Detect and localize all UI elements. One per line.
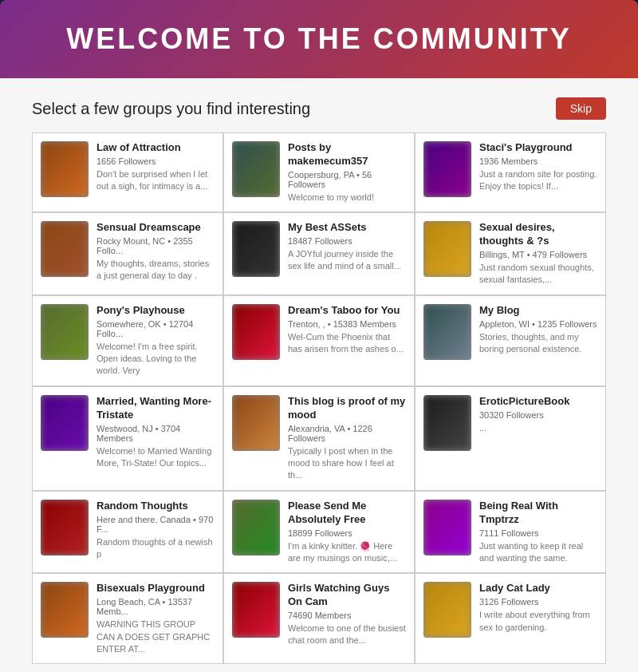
group-image <box>423 500 471 555</box>
group-description: Don't be surprised when I let out a sigh… <box>96 168 215 193</box>
group-name: Being Real With Tmptrzz <box>479 500 597 527</box>
group-name: Girls Watching Guys On Cam <box>288 582 406 609</box>
group-thumbnail <box>41 141 89 197</box>
group-card[interactable]: Law of Attraction 1656 Followers Don't b… <box>33 133 223 211</box>
group-meta: Somewhere, OK • 12704 Follo... <box>96 319 215 338</box>
group-image <box>232 395 280 451</box>
group-meta: 18899 Followers <box>288 528 406 538</box>
group-description: Welcome! I'm a free spirit. Open ideas. … <box>96 341 215 378</box>
group-description: Just wanting to keep it real and wanting… <box>479 540 597 565</box>
group-card[interactable]: This blog is proof of my mood Alexandria… <box>224 387 414 490</box>
group-thumbnail <box>41 395 89 451</box>
group-image <box>423 395 471 451</box>
group-meta: Rocky Mount, NC • 2355 Follo... <box>96 236 215 255</box>
group-image <box>423 304 471 360</box>
group-image <box>232 500 280 555</box>
group-meta: 18487 Followers <box>288 236 406 246</box>
group-description: Typically I post when in the mood to sha… <box>288 445 406 482</box>
group-info: Law of Attraction 1656 Followers Don't b… <box>96 141 215 204</box>
group-info: Please Send Me Absolutely Free 18899 Fol… <box>288 500 406 565</box>
group-description: Wel-Cum the Phoenix that has arisen from… <box>288 331 406 356</box>
group-card[interactable]: Sexual desires, thoughts & ?s Billings, … <box>415 213 605 294</box>
group-meta: Here and there, Canada • 970 F... <box>96 515 215 534</box>
group-meta: 30320 Followers <box>479 410 597 420</box>
group-name: My Best ASSets <box>288 221 406 235</box>
group-card[interactable]: Girls Watching Guys On Cam 74690 Members… <box>224 574 414 663</box>
group-card[interactable]: Dream's Taboo for You Trenton, , • 15383… <box>224 296 414 385</box>
group-description: WARNING THIS GROUP CAN A DOES GET GRAPHC… <box>96 619 215 655</box>
group-thumbnail <box>232 304 280 360</box>
group-info: Dream's Taboo for You Trenton, , • 15383… <box>288 304 406 378</box>
group-card[interactable]: Please Send Me Absolutely Free 18899 Fol… <box>224 492 414 573</box>
group-thumbnail <box>232 221 280 277</box>
group-thumbnail <box>423 141 471 197</box>
group-description: Welcome! to Married Wanting More, Tri-St… <box>96 445 215 470</box>
page-title: WELCOME TO THE COMMUNITY <box>16 22 622 56</box>
group-thumbnail <box>423 395 471 451</box>
group-thumbnail <box>232 395 280 451</box>
group-image <box>41 500 89 555</box>
group-card[interactable]: Married, Wanting More-Tristate Westwood,… <box>33 387 223 490</box>
group-meta: 74690 Members <box>288 611 406 620</box>
group-card[interactable]: Lady Cat Lady 3126 Followers I write abo… <box>415 574 605 663</box>
group-card[interactable]: Posts by makemecum357 Coopersburg, PA • … <box>224 133 414 211</box>
group-description: Random thoughts of a newish p <box>96 536 215 561</box>
group-meta: 1936 Members <box>479 156 597 166</box>
group-info: My Blog Appleton, WI • 1235 Followers St… <box>479 304 597 378</box>
group-image <box>232 141 280 197</box>
groups-grid: Law of Attraction 1656 Followers Don't b… <box>32 132 606 664</box>
group-meta: Appleton, WI • 1235 Followers <box>479 319 597 329</box>
group-name: Pony's Playhouse <box>96 304 215 318</box>
title-bold: COMMUNITY <box>373 22 572 55</box>
group-card[interactable]: Pony's Playhouse Somewhere, OK • 12704 F… <box>33 296 223 385</box>
group-image <box>423 221 471 277</box>
group-meta: Coopersburg, PA • 56 Followers <box>288 170 406 189</box>
group-thumbnail <box>423 582 471 638</box>
group-card[interactable]: Being Real With Tmptrzz 7111 Followers J… <box>415 492 605 573</box>
group-info: Sensual Dreamscape Rocky Mount, NC • 235… <box>96 221 215 287</box>
group-description: A JOYful journey inside the sex life and… <box>288 248 406 273</box>
group-card[interactable]: Bisexuals Playground Long Beach, CA • 13… <box>33 574 223 663</box>
group-card[interactable]: EroticPictureBook 30320 Followers ... <box>415 387 605 490</box>
group-description: Just random sexual thoughts, sexual fant… <box>479 262 597 287</box>
group-meta: Westwood, NJ • 3704 Members <box>96 424 215 443</box>
group-image <box>41 395 89 451</box>
group-thumbnail <box>41 304 89 360</box>
group-info: Staci's Playground 1936 Members Just a r… <box>479 141 597 204</box>
group-card[interactable]: Random Thoughts Here and there, Canada •… <box>33 492 223 573</box>
group-meta: Long Beach, CA • 13537 Memb... <box>96 597 215 616</box>
group-description: Just a random site for posting. Enjoy th… <box>479 168 597 193</box>
group-name: Bisexuals Playground <box>96 582 215 595</box>
group-card[interactable]: Staci's Playground 1936 Members Just a r… <box>415 133 605 211</box>
group-meta: 1656 Followers <box>96 156 215 166</box>
group-card[interactable]: My Best ASSets 18487 Followers A JOYful … <box>224 213 414 294</box>
group-name: Sexual desires, thoughts & ?s <box>479 221 597 248</box>
header: WELCOME TO THE COMMUNITY <box>0 0 638 78</box>
group-name: EroticPictureBook <box>479 395 597 409</box>
group-info: Being Real With Tmptrzz 7111 Followers J… <box>479 500 597 565</box>
group-image <box>232 304 280 360</box>
group-image <box>41 304 89 360</box>
group-thumbnail <box>232 582 280 638</box>
group-thumbnail <box>41 500 89 555</box>
group-card[interactable]: My Blog Appleton, WI • 1235 Followers St… <box>415 296 605 385</box>
group-description: I'm a kinky knitter. 🧶 Here are my musin… <box>288 540 406 565</box>
group-image <box>41 141 89 197</box>
group-meta: 7111 Followers <box>479 528 597 538</box>
group-description: Stories, thoughts, and my boring persona… <box>479 331 597 356</box>
group-info: Bisexuals Playground Long Beach, CA • 13… <box>96 582 215 655</box>
group-info: Pony's Playhouse Somewhere, OK • 12704 F… <box>96 304 215 378</box>
group-image <box>41 582 89 638</box>
group-info: Posts by makemecum357 Coopersburg, PA • … <box>288 141 406 204</box>
group-meta: 3126 Followers <box>479 597 597 607</box>
skip-button[interactable]: Skip <box>556 97 606 120</box>
group-description: ... <box>479 422 597 434</box>
group-card[interactable]: Sensual Dreamscape Rocky Mount, NC • 235… <box>33 213 223 294</box>
group-image <box>423 582 471 638</box>
group-meta: Billings, MT • 479 Followers <box>479 250 597 259</box>
group-thumbnail <box>41 221 89 277</box>
group-image <box>232 221 280 277</box>
group-description: I write about everything from sex to gar… <box>479 609 597 634</box>
group-info: This blog is proof of my mood Alexandria… <box>288 395 406 482</box>
group-image <box>41 221 89 277</box>
